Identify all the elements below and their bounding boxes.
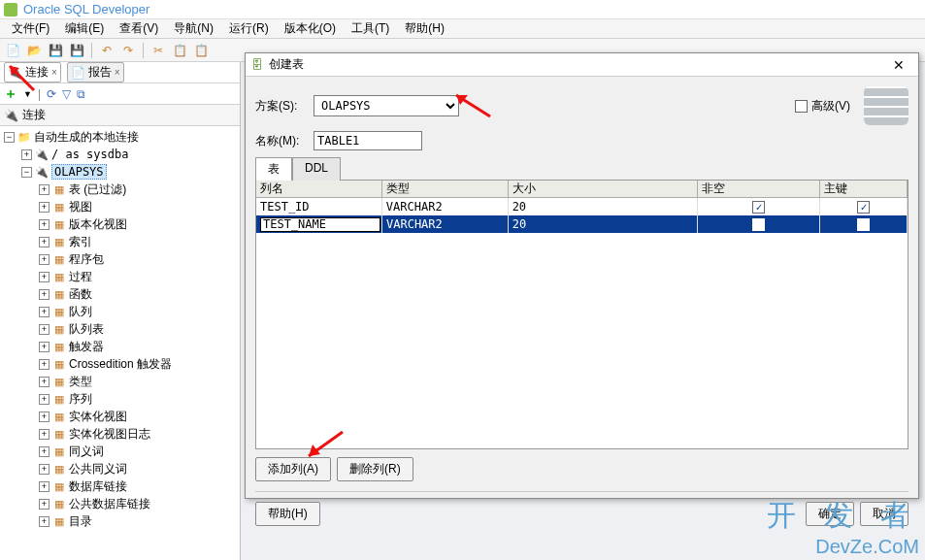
close-icon[interactable]: × <box>51 67 57 78</box>
tree-node[interactable]: +▦序列 <box>0 390 240 408</box>
tree-conn-sysdba[interactable]: + 🔌 / as sysdba <box>0 146 240 163</box>
expand-icon[interactable]: + <box>39 324 50 335</box>
save-all-icon[interactable]: 💾 <box>68 42 85 59</box>
grid-row[interactable]: VARCHAR2 20 <box>256 215 908 233</box>
open-icon[interactable]: 📂 <box>25 42 43 59</box>
expand-icon[interactable]: + <box>39 412 50 422</box>
close-icon[interactable]: × <box>115 67 120 78</box>
columns-grid[interactable]: 列名 类型 大小 非空 主键 TEST_ID VARCHAR2 20 ✓ ✓ V… <box>255 180 908 449</box>
tree-node[interactable]: +▦公共同义词 <box>0 460 240 478</box>
help-button[interactable]: 帮助(H) <box>255 502 320 526</box>
expand-icon[interactable]: + <box>39 446 50 457</box>
expand-icon[interactable]: + <box>39 464 50 475</box>
tab-reports[interactable]: 📄 报告 × <box>67 62 124 82</box>
dropdown-icon[interactable]: ▼ <box>23 89 32 99</box>
menu-view[interactable]: 查看(V) <box>112 18 166 39</box>
tree-node[interactable]: +▦视图 <box>0 198 240 215</box>
dialog-titlebar[interactable]: 🗄 创建表 ✕ <box>246 53 918 77</box>
collapse-icon[interactable]: − <box>21 167 32 178</box>
tab-ddl[interactable]: DDL <box>292 157 341 181</box>
cell-type[interactable]: VARCHAR2 <box>382 215 509 233</box>
filter-icon[interactable]: ▽ <box>62 87 71 101</box>
tree-node[interactable]: +▦程序包 <box>0 250 240 268</box>
tree-node[interactable]: +▦队列 <box>0 303 240 320</box>
header-size[interactable]: 大小 <box>509 181 699 197</box>
column-name-input[interactable] <box>260 217 380 232</box>
expand-icon[interactable]: + <box>39 342 50 352</box>
schema-select[interactable]: OLAPSYS <box>314 95 459 116</box>
menu-help[interactable]: 帮助(H) <box>397 18 452 39</box>
menu-run[interactable]: 运行(R) <box>221 18 277 39</box>
connections-tree[interactable]: − 📁 自动生成的本地连接 + 🔌 / as sysdba − 🔌 OLAPSY… <box>0 126 240 560</box>
expand-icon[interactable]: + <box>39 377 50 387</box>
tree-node[interactable]: +▦触发器 <box>0 338 240 355</box>
header-type[interactable]: 类型 <box>382 181 509 197</box>
tree-node[interactable]: +▦索引 <box>0 233 240 250</box>
cut-icon[interactable]: ✂ <box>149 42 167 59</box>
save-icon[interactable]: 💾 <box>47 42 64 59</box>
expand-icon[interactable]: ⧉ <box>77 87 85 101</box>
grid-row[interactable]: TEST_ID VARCHAR2 20 ✓ ✓ <box>256 198 908 215</box>
tab-table[interactable]: 表 <box>255 157 292 181</box>
expand-icon[interactable]: + <box>39 184 50 195</box>
expand-icon[interactable]: + <box>39 429 50 440</box>
tree-node[interactable]: +▦类型 <box>0 373 240 390</box>
expand-icon[interactable]: + <box>39 359 50 370</box>
cell-size[interactable]: 20 <box>509 215 699 233</box>
cell-type[interactable]: VARCHAR2 <box>382 198 509 215</box>
cell-pk[interactable] <box>820 215 908 233</box>
cell-name[interactable] <box>256 215 382 233</box>
advanced-checkbox[interactable] <box>795 100 808 113</box>
cell-notnull[interactable] <box>698 215 820 233</box>
menu-edit[interactable]: 编辑(E) <box>57 18 112 39</box>
expand-icon[interactable]: + <box>39 202 50 213</box>
cell-name[interactable]: TEST_ID <box>256 198 382 215</box>
expand-icon[interactable]: + <box>39 516 50 527</box>
cell-pk[interactable]: ✓ <box>820 198 908 215</box>
menu-version[interactable]: 版本化(O) <box>277 18 344 39</box>
delete-column-button[interactable]: 删除列(R) <box>337 457 413 481</box>
menu-file[interactable]: 文件(F) <box>4 18 57 39</box>
menu-tools[interactable]: 工具(T) <box>344 18 397 39</box>
tree-node[interactable]: +▦表 (已过滤) <box>0 181 240 198</box>
tree-node[interactable]: +▦同义词 <box>0 443 240 460</box>
copy-icon[interactable]: 📋 <box>171 42 188 59</box>
tree-node[interactable]: +▦队列表 <box>0 320 240 338</box>
checkbox-icon[interactable] <box>857 218 870 231</box>
expand-icon[interactable]: + <box>39 307 50 317</box>
header-notnull[interactable]: 非空 <box>698 181 820 197</box>
expand-icon[interactable]: + <box>39 394 50 405</box>
header-pk[interactable]: 主键 <box>820 181 908 197</box>
expand-icon[interactable]: + <box>39 272 50 282</box>
tree-node[interactable]: +▦实体化视图日志 <box>0 425 240 443</box>
tab-connections[interactable]: 🔌 连接 × <box>4 62 61 82</box>
expand-icon[interactable]: + <box>39 237 50 247</box>
redo-icon[interactable]: ↷ <box>119 42 137 59</box>
tree-conn-olapsys[interactable]: − 🔌 OLAPSYS <box>0 163 240 181</box>
undo-icon[interactable]: ↶ <box>98 42 116 59</box>
checkbox-icon[interactable]: ✓ <box>857 201 870 214</box>
expand-icon[interactable]: + <box>39 289 50 300</box>
expand-icon[interactable]: + <box>39 219 50 230</box>
tree-root[interactable]: − 📁 自动生成的本地连接 <box>0 128 240 146</box>
expand-icon[interactable]: + <box>39 481 50 492</box>
tree-node[interactable]: +▦Crossedition 触发器 <box>0 355 240 373</box>
add-icon[interactable]: ＋ <box>4 85 17 103</box>
expand-icon[interactable]: + <box>39 499 50 510</box>
tree-node[interactable]: +▦数据库链接 <box>0 478 240 495</box>
cell-notnull[interactable]: ✓ <box>698 198 820 215</box>
add-column-button[interactable]: 添加列(A) <box>255 457 331 481</box>
paste-icon[interactable]: 📋 <box>192 42 210 59</box>
tree-node[interactable]: +▦函数 <box>0 285 240 303</box>
checkbox-icon[interactable]: ✓ <box>752 201 765 214</box>
tree-node[interactable]: +▦目录 <box>0 512 240 530</box>
collapse-icon[interactable]: − <box>4 132 15 143</box>
name-input[interactable] <box>314 131 422 150</box>
tree-node[interactable]: +▦实体化视图 <box>0 408 240 425</box>
new-icon[interactable]: 📄 <box>4 42 21 59</box>
tree-node[interactable]: +▦版本化视图 <box>0 215 240 233</box>
close-button[interactable]: ✕ <box>885 55 912 75</box>
cell-size[interactable]: 20 <box>509 198 699 215</box>
expand-icon[interactable]: + <box>21 149 32 160</box>
tree-node[interactable]: +▦公共数据库链接 <box>0 495 240 512</box>
